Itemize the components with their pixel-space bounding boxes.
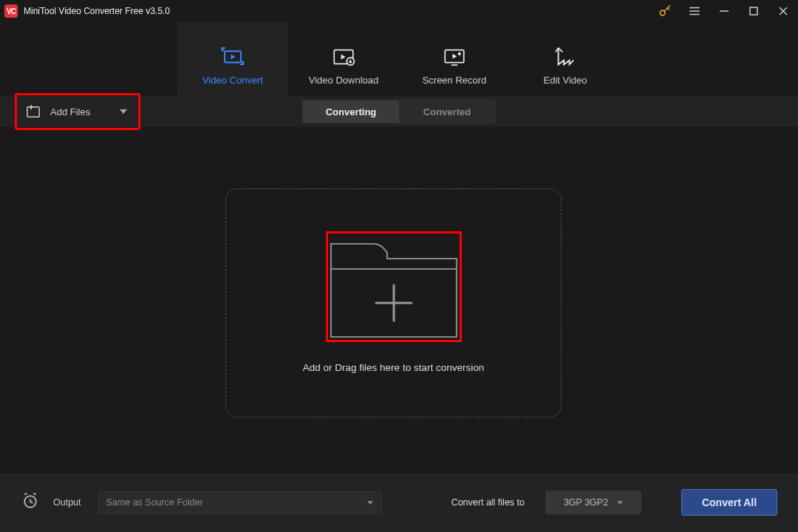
- drop-zone[interactable]: Add or Drag files here to start conversi…: [225, 188, 562, 417]
- sub-tabs: Converting Converted: [302, 100, 496, 123]
- add-files-label: Add Files: [50, 106, 90, 117]
- svg-marker-14: [452, 54, 457, 59]
- app-logo: VC: [4, 4, 18, 18]
- chevron-down-icon: [120, 109, 127, 114]
- output-format-select[interactable]: 3GP 3GP2: [545, 491, 641, 514]
- tab-label: Edit Video: [543, 75, 587, 86]
- svg-marker-11: [341, 55, 346, 60]
- output-folder-select[interactable]: Same as Source Folder: [98, 491, 382, 514]
- output-label: Output: [53, 497, 81, 508]
- convert-all-label: Convert all files to: [451, 497, 525, 508]
- minimize-icon[interactable]: [709, 0, 739, 22]
- convert-all-button[interactable]: Convert All: [681, 489, 777, 516]
- chevron-down-icon: [617, 501, 623, 505]
- upgrade-key-icon[interactable]: [650, 0, 680, 22]
- bottom-bar: Output Same as Source Folder Convert all…: [0, 473, 798, 532]
- svg-marker-9: [231, 54, 235, 59]
- title-bar: VC MiniTool Video Converter Free v3.5.0: [0, 0, 798, 22]
- tab-edit-video[interactable]: Edit Video: [510, 22, 621, 96]
- output-folder-value: Same as Source Folder: [106, 497, 203, 508]
- tab-video-download[interactable]: Video Download: [288, 22, 399, 96]
- maximize-icon[interactable]: [739, 0, 768, 22]
- tab-label: Screen Record: [423, 75, 487, 86]
- app-title: MiniTool Video Converter Free v3.5.0: [24, 6, 170, 16]
- tab-screen-record[interactable]: Screen Record: [399, 22, 510, 96]
- close-icon[interactable]: [768, 0, 798, 22]
- tab-label: Video Download: [309, 75, 378, 86]
- tab-label: Video Convert: [202, 75, 263, 86]
- tab-video-convert[interactable]: Video Convert: [177, 22, 288, 96]
- add-files-button[interactable]: Add Files: [15, 96, 140, 127]
- svg-point-0: [660, 10, 665, 16]
- toolbar: Add Files Converting Converted: [0, 96, 798, 127]
- output-format-value: 3GP 3GP2: [564, 497, 608, 508]
- chevron-down-icon: [367, 501, 373, 505]
- svg-point-15: [458, 52, 461, 55]
- svg-rect-17: [27, 107, 39, 117]
- sub-tab-converted[interactable]: Converted: [399, 100, 495, 123]
- sub-tab-converting[interactable]: Converting: [303, 100, 399, 123]
- drop-zone-text: Add or Drag files here to start conversi…: [303, 362, 484, 373]
- svg-rect-5: [750, 7, 757, 15]
- add-folder-icon[interactable]: [328, 233, 460, 340]
- menu-icon[interactable]: [680, 0, 709, 22]
- schedule-icon[interactable]: [21, 491, 40, 514]
- main-tabs: Video Convert Video Download Screen Reco…: [0, 22, 798, 96]
- app-logo-text: VC: [7, 7, 16, 16]
